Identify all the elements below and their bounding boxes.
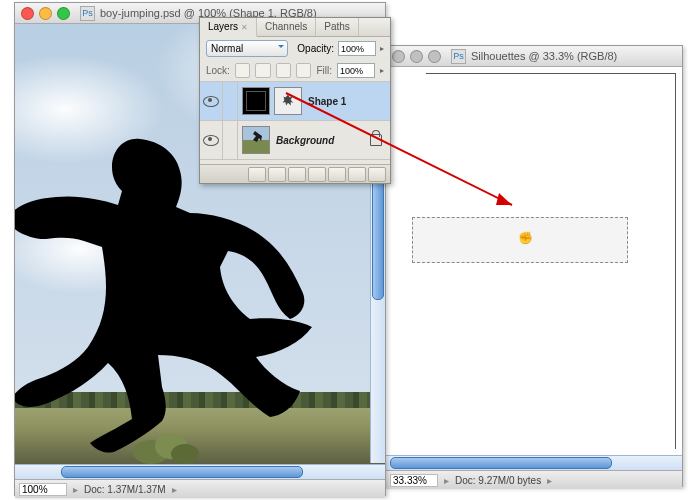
lock-label: Lock: (206, 65, 230, 76)
adjustment-layer-button[interactable] (308, 167, 326, 182)
layer-style-button[interactable] (268, 167, 286, 182)
tab-channels[interactable]: Channels (257, 18, 316, 36)
horizontal-scrollbar[interactable] (15, 464, 385, 479)
blend-mode-select[interactable]: Normal (206, 40, 288, 57)
zoom-field[interactable] (19, 483, 67, 496)
vector-mask-thumbnail[interactable] (274, 87, 302, 115)
layer-mask-button[interactable] (288, 167, 306, 182)
opacity-input[interactable] (338, 41, 376, 56)
layers-panel[interactable]: Layers✕ Channels Paths Normal Opacity: ▸… (199, 17, 391, 184)
layer-group-button[interactable] (328, 167, 346, 182)
minimize-button[interactable] (410, 50, 423, 63)
document-icon: Ps (451, 49, 466, 64)
close-button[interactable] (392, 50, 405, 63)
visibility-toggle[interactable] (203, 135, 219, 146)
layer-row-shape1[interactable]: Shape 1 (200, 82, 390, 121)
fill-label: Fill: (316, 65, 332, 76)
document-icon: Ps (80, 6, 95, 21)
layer-row-background[interactable]: Background (200, 121, 390, 160)
titlebar[interactable]: Ps Silhouettes @ 33.3% (RGB/8) (386, 46, 682, 67)
tab-layers[interactable]: Layers✕ (200, 18, 257, 37)
fill-input[interactable] (337, 63, 375, 78)
layer-thumbnail[interactable] (242, 126, 270, 154)
zoom-button[interactable] (57, 7, 70, 20)
close-icon[interactable]: ✕ (241, 23, 248, 32)
minimize-button[interactable] (39, 7, 52, 20)
lock-pixels-button[interactable] (255, 63, 270, 78)
lock-position-button[interactable] (276, 63, 291, 78)
doc-stats: Doc: 1.37M/1.37M (84, 484, 166, 495)
panel-footer (200, 164, 390, 183)
document-window-silhouettes[interactable]: Ps Silhouettes @ 33.3% (RGB/8) ✊ ▸ Doc: … (385, 45, 683, 487)
chevron-down-icon[interactable]: ▸ (380, 66, 384, 75)
window-title: Silhouettes @ 33.3% (RGB/8) (471, 50, 617, 62)
drag-cursor: ✊ (518, 231, 533, 245)
visibility-toggle[interactable] (203, 96, 219, 107)
link-layers-button[interactable] (248, 167, 266, 182)
chevron-down-icon[interactable]: ▸ (380, 44, 384, 53)
status-bar: ▸ Doc: 9.27M/0 bytes ▸ (386, 470, 682, 489)
opacity-label: Opacity: (297, 43, 334, 54)
panel-tabs: Layers✕ Channels Paths (200, 18, 390, 37)
layer-mask-thumbnail[interactable] (242, 87, 270, 115)
tab-paths[interactable]: Paths (316, 18, 359, 36)
new-layer-button[interactable] (348, 167, 366, 182)
lock-transparency-button[interactable] (235, 63, 250, 78)
delete-layer-button[interactable] (368, 167, 386, 182)
status-bar: ▸ Doc: 1.37M/1.37M ▸ (15, 479, 385, 498)
zoom-field[interactable] (390, 474, 438, 487)
lock-icon (370, 134, 382, 146)
layer-name[interactable]: Shape 1 (308, 96, 346, 107)
layer-name[interactable]: Background (276, 135, 334, 146)
canvas[interactable]: ✊ (386, 67, 682, 455)
zoom-button[interactable] (428, 50, 441, 63)
lock-all-button[interactable] (296, 63, 311, 78)
horizontal-scrollbar[interactable] (386, 455, 682, 470)
close-button[interactable] (21, 7, 34, 20)
doc-stats: Doc: 9.27M/0 bytes (455, 475, 541, 486)
